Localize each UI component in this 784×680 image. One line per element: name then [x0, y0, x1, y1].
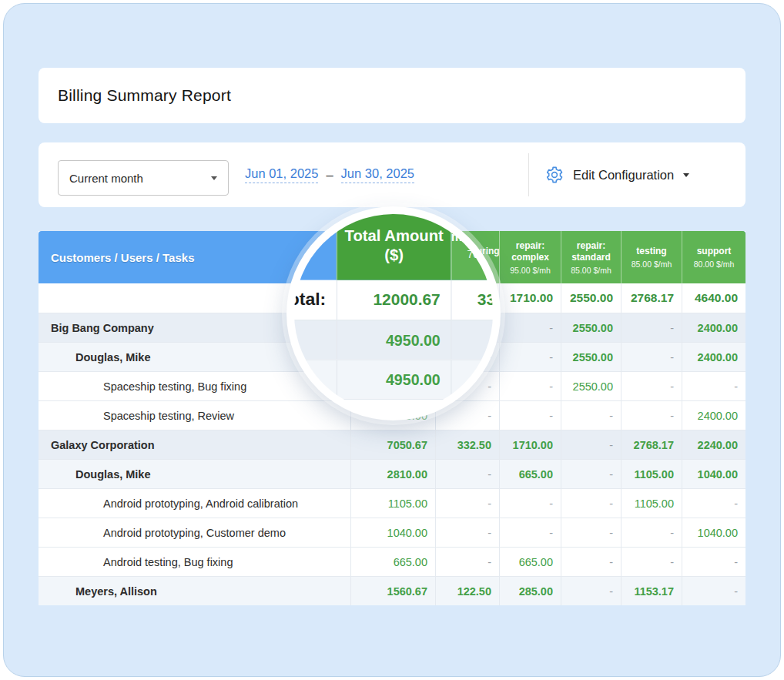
edit-configuration-button[interactable]: Edit Configuration	[545, 142, 689, 207]
amount-cell: 1040.00	[682, 460, 745, 488]
amount-cell: 1105.00	[621, 489, 682, 518]
column-label: Total Amount ($)	[340, 225, 447, 266]
table-row-galaxy-corporation[interactable]: Galaxy Corporation7050.67332.501710.00-2…	[39, 430, 745, 459]
column-rate: 85.00 $/mh	[632, 260, 672, 269]
row-label: Douglas, Mike	[39, 460, 350, 488]
amount-cell: -	[621, 401, 682, 430]
amount-cell: -	[561, 548, 621, 576]
amount-cell: 2768.17	[621, 283, 682, 313]
amount-cell: 2810.00	[350, 460, 435, 488]
amount-cell: 7050.67	[350, 430, 435, 459]
period-select-value: Current month	[69, 172, 143, 185]
column-label: repair: complex	[502, 240, 558, 263]
report-panel: Billing Summary Report Current month Jun…	[3, 3, 781, 677]
row-label: Android prototyping, Android calibration	[39, 489, 350, 518]
table-row-douglas-mike[interactable]: Douglas, Mike2810.00-665.00-1105.001040.…	[39, 459, 745, 488]
column-label: testing	[636, 246, 666, 257]
amount-cell: 4950.00	[337, 320, 451, 359]
amount-cell: -	[499, 372, 561, 400]
amount-cell: -	[682, 372, 745, 400]
amount-cell: 1710.00	[499, 283, 561, 313]
amount-cell: 2550.00	[561, 343, 621, 371]
amount-cell: -	[561, 577, 621, 605]
period-select[interactable]: Current month	[58, 160, 229, 196]
amount-cell: 665.00	[499, 548, 561, 576]
table-row-android-prototyping-customer-demo[interactable]: Android prototyping, Customer demo1040.0…	[39, 518, 745, 547]
amount-cell: 1105.00	[621, 460, 682, 488]
gear-icon	[545, 166, 564, 184]
row-label: Spaceship testing, Review	[39, 401, 350, 430]
amount-cell: 4950.00	[337, 360, 451, 399]
amount-cell: 1040.00	[350, 518, 435, 547]
column-header-support: support80.00 $/mh	[682, 231, 745, 283]
caret-down-icon	[211, 176, 217, 180]
row-label: Meyers, Allison	[39, 577, 350, 605]
column-header-testing: testing85.00 $/mh	[621, 231, 682, 283]
amount-cell: -	[499, 489, 561, 518]
date-from-link[interactable]: Jun 01, 2025	[245, 166, 318, 183]
edit-configuration-label: Edit Configuration	[573, 168, 674, 183]
table-row-meyers-allison[interactable]: Meyers, Allison1560.67122.50285.00-1153.…	[39, 576, 745, 605]
amount-cell: 332.50	[451, 280, 501, 320]
table-row-big-bang-company: Big Bang Company4950.00--2550.00-2400.00	[286, 320, 501, 359]
amount-cell: 4640.00	[682, 283, 745, 313]
total-row: Total:12000.67332.501710.002550.002768.1…	[286, 280, 501, 320]
amount-cell: -	[621, 372, 682, 400]
total-label: Total:	[286, 280, 337, 320]
column-rate: 85.00 $/mh	[571, 266, 611, 275]
amount-cell: 1153.17	[621, 577, 682, 605]
date-to-link[interactable]: Jun 30, 2025	[341, 166, 414, 183]
column-rate: 80.00 $/mh	[694, 260, 735, 269]
column-header-total-amount: Total Amount ($)	[337, 209, 451, 280]
amount-cell: -	[561, 518, 621, 547]
table-row-android-prototyping-android-calibration[interactable]: Android prototyping, Android calibration…	[39, 488, 745, 518]
amount-cell: -	[499, 518, 561, 547]
row-label: Android testing, Bug fixing	[39, 548, 350, 576]
amount-cell: -	[561, 489, 621, 518]
app-canvas: Billing Summary Report Current month Jun…	[0, 0, 784, 680]
magnifier-lens-content: Customers / Users / Tasks Total Amount (…	[286, 209, 501, 420]
amount-cell: 2400.00	[682, 343, 745, 371]
row-label: Big Bang Company	[286, 320, 337, 359]
amount-cell: 332.50	[435, 430, 499, 459]
amount-cell: 2550.00	[561, 313, 621, 342]
toolbar: Current month Jun 01, 2025 – Jun 30, 202…	[39, 142, 745, 207]
amount-cell: -	[621, 548, 682, 576]
amount-cell: 1710.00	[499, 430, 561, 459]
row-label: Galaxy Corporation	[39, 430, 350, 459]
amount-cell: -	[621, 518, 682, 547]
amount-cell: -	[435, 460, 499, 488]
column-label: repair: standard	[564, 240, 618, 263]
amount-cell: 1040.00	[682, 518, 745, 547]
amount-cell: 2768.17	[621, 430, 682, 459]
toolbar-divider	[528, 153, 529, 196]
amount-cell: 122.50	[435, 577, 499, 605]
column-header-repair-complex: repair: complex95.00 $/mh	[499, 231, 561, 283]
amount-cell: -	[435, 548, 499, 576]
row-label: Android prototyping, Customer demo	[39, 518, 350, 547]
amount-cell: 2550.00	[561, 283, 621, 313]
page-title: Billing Summary Report	[39, 68, 745, 123]
amount-cell: 2400.00	[682, 313, 745, 342]
amount-cell: -	[435, 518, 499, 547]
magnified-table-copy: Customers / Users / Tasks Total Amount (…	[286, 209, 501, 420]
amount-cell: 2550.00	[561, 372, 621, 400]
table-row-android-testing-bug-fixing[interactable]: Android testing, Bug fixing665.00-665.00…	[39, 547, 745, 576]
amount-cell: 2400.00	[682, 401, 745, 430]
amount-cell: 1560.67	[350, 577, 435, 605]
amount-cell: -	[499, 313, 561, 342]
column-header-repair-standard: repair: standard85.00 $/mh	[561, 231, 621, 283]
amount-cell: -	[682, 577, 745, 605]
magnifier-lens: Customers / Users / Tasks Total Amount (…	[286, 206, 501, 420]
amount-cell: -	[435, 489, 499, 518]
amount-cell: -	[499, 343, 561, 371]
column-label: support	[697, 246, 732, 257]
date-range-separator: –	[326, 168, 333, 183]
amount-cell: -	[561, 430, 621, 459]
amount-cell: 665.00	[499, 460, 561, 488]
amount-cell: 1105.00	[350, 489, 435, 518]
amount-cell: -	[499, 401, 561, 430]
amount-cell: 2240.00	[682, 430, 745, 459]
amount-cell: -	[561, 460, 621, 488]
column-rate: 95.00 $/mh	[510, 266, 551, 275]
